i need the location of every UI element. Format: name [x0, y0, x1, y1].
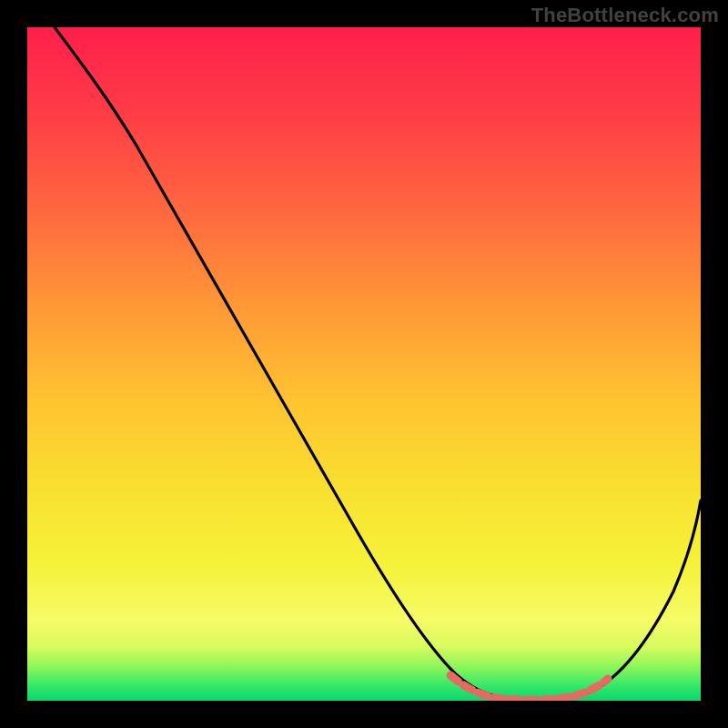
chart-frame: TheBottleneck.com — [0, 0, 728, 728]
plot-area — [27, 27, 701, 701]
highlight-band-path — [450, 675, 608, 700]
watermark-text: TheBottleneck.com — [531, 4, 719, 27]
curve-path — [55, 27, 701, 700]
bottleneck-curve — [27, 27, 701, 701]
